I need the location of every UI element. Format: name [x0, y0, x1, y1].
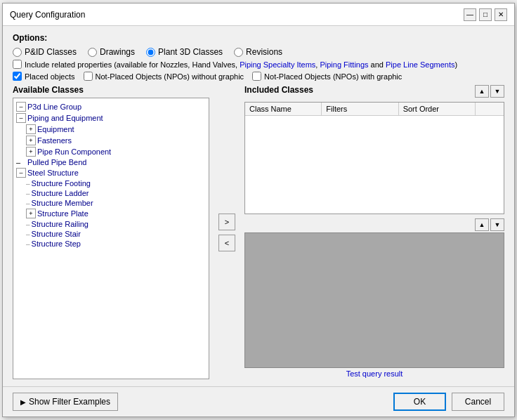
tree-item-footing[interactable]: – Structure Footing [26, 178, 206, 188]
included-updown-btns: ▲ ▼ [475, 85, 504, 98]
radio-row: P&ID Classes Drawings Plant 3D Classes R… [13, 47, 504, 57]
middle-panel: > < [216, 85, 237, 379]
tree-text-ladder: Structure Ladder [32, 189, 89, 197]
expander-pipe-run[interactable]: + [26, 147, 36, 157]
not-placed-with-graphic-checkbox[interactable] [252, 72, 261, 81]
ok-button[interactable]: OK [393, 393, 446, 411]
expander-fasteners[interactable]: + [26, 136, 36, 145]
main-panels: Available Classes – P3d Line Group – Pip… [13, 85, 504, 379]
preview-up-button[interactable]: ▲ [475, 218, 489, 231]
placed-objects-item: Placed objects [13, 72, 75, 81]
tree-text-member: Structure Member [32, 199, 93, 207]
radio-revisions-input[interactable] [234, 48, 243, 57]
tree-item-ladder[interactable]: – Structure Ladder [26, 188, 206, 198]
tree-item-stair[interactable]: – Structure Stair [26, 229, 206, 239]
show-filter-label: Show Filter Examples [29, 397, 110, 407]
remove-arrow-button[interactable]: < [218, 235, 235, 251]
piping-specialty-link[interactable]: Piping Specialty Items [240, 60, 315, 69]
test-query-label: Test query result [244, 368, 504, 379]
radio-drawings-input[interactable] [88, 48, 97, 57]
line-ladder: – [26, 190, 30, 197]
expand-icon: ▶ [20, 398, 26, 406]
radio-pid[interactable]: P&ID Classes [13, 47, 77, 57]
options-label: Options: [13, 33, 504, 43]
tree-item-piping[interactable]: – Piping and Equipment [16, 112, 206, 124]
placed-row: Placed objects Not-Placed Objects (NPOs)… [13, 72, 504, 81]
right-panel: Included Classes ▲ ▼ Class Name Filters … [244, 85, 504, 379]
tree-text-footing: Structure Footing [32, 179, 91, 188]
included-classes-title: Included Classes [244, 85, 313, 95]
include-related-row: Include related properties (available fo… [13, 60, 504, 69]
include-related-label: Include related properties (available fo… [25, 60, 457, 69]
tree-item-member[interactable]: – Structure Member [26, 198, 206, 208]
table-header: Class Name Filters Sort Order [245, 103, 504, 116]
radio-plant3d-input[interactable] [146, 48, 155, 57]
minimize-button[interactable]: — [464, 8, 476, 21]
show-filter-button[interactable]: ▶ Show Filter Examples [13, 393, 118, 411]
tree-text-pipe-run: Pipe Run Component [37, 147, 111, 156]
options-section: Options: P&ID Classes Drawings Plant 3D … [13, 33, 504, 81]
radio-plant3d[interactable]: Plant 3D Classes [146, 47, 223, 57]
col-sort-order: Sort Order [399, 103, 476, 115]
cancel-button[interactable]: Cancel [452, 393, 504, 411]
radio-revisions[interactable]: Revisions [234, 47, 282, 57]
expander-piping[interactable]: – [16, 113, 26, 123]
table-body [245, 116, 504, 207]
expander-equipment[interactable]: + [26, 124, 36, 134]
tree-item-step[interactable]: – Structure Step [26, 239, 206, 249]
tree-item-pipe-run[interactable]: + Pipe Run Component [26, 146, 206, 157]
not-placed-with-graphic-label: Not-Placed Objects (NPOs) with graphic [264, 72, 402, 81]
line-member: – [26, 199, 30, 207]
radio-pid-input[interactable] [13, 48, 22, 57]
not-placed-no-graphic-item: Not-Placed Objects (NPOs) without graphi… [84, 72, 244, 81]
placed-objects-label: Placed objects [25, 72, 75, 81]
tree-text-steel: Steel Structure [27, 169, 79, 177]
expander-steel[interactable]: – [16, 168, 26, 178]
ok-cancel-btns: OK Cancel [393, 393, 504, 411]
expander-p3d[interactable]: – [16, 102, 26, 112]
preview-box [244, 232, 504, 368]
tree-item-railing[interactable]: – Structure Railing [26, 219, 206, 229]
col-class-name: Class Name [245, 103, 322, 115]
placed-objects-checkbox[interactable] [13, 72, 22, 81]
preview-top-btns: ▲ ▼ [244, 218, 504, 231]
col-extra [476, 103, 504, 115]
not-placed-no-graphic-label: Not-Placed Objects (NPOs) without graphi… [96, 72, 244, 81]
bottom-bar: ▶ Show Filter Examples OK Cancel [3, 386, 514, 416]
window-title: Query Configuration [10, 10, 85, 20]
expander-plate[interactable]: + [26, 209, 36, 218]
tree-item-pulled-pipe[interactable]: – Pulled Pipe Bend [16, 157, 206, 167]
title-bar: Query Configuration — □ ✕ [3, 4, 514, 26]
included-table: Class Name Filters Sort Order [244, 102, 504, 214]
title-bar-controls: — □ ✕ [464, 8, 507, 21]
tree-text-plate: Structure Plate [37, 209, 89, 218]
col-filters: Filters [322, 103, 398, 115]
line-stair: – [26, 230, 30, 238]
left-panel: Available Classes – P3d Line Group – Pip… [13, 85, 209, 379]
included-up-button[interactable]: ▲ [475, 85, 489, 98]
tree-item-p3d[interactable]: – P3d Line Group [16, 101, 206, 112]
tree-container[interactable]: – P3d Line Group – Piping and Equipment … [13, 98, 209, 379]
preview-down-button[interactable]: ▼ [490, 218, 504, 231]
piping-fittings-link[interactable]: Piping Fittings [320, 60, 368, 69]
included-down-button[interactable]: ▼ [490, 85, 504, 98]
radio-drawings[interactable]: Drawings [88, 47, 135, 57]
not-placed-no-graphic-checkbox[interactable] [84, 72, 93, 81]
radio-drawings-label: Drawings [100, 47, 135, 57]
restore-button[interactable]: □ [479, 8, 492, 21]
not-placed-with-graphic-item: Not-Placed Objects (NPOs) with graphic [252, 72, 402, 81]
pipe-line-link[interactable]: Pipe Line Segments [386, 60, 454, 69]
add-arrow-button[interactable]: > [218, 214, 235, 230]
include-related-checkbox[interactable] [13, 60, 22, 69]
tree-item-plate[interactable]: + Structure Plate [26, 208, 206, 219]
close-button[interactable]: ✕ [495, 8, 507, 21]
tree-item-fasteners[interactable]: + Fasteners [26, 135, 206, 146]
preview-area: ▲ ▼ Test query result [244, 218, 504, 379]
tree-text-railing: Structure Railing [32, 220, 89, 228]
tree-item-equipment[interactable]: + Equipment [26, 124, 206, 135]
tree-item-steel[interactable]: – Steel Structure [16, 167, 206, 178]
tree-text-p3d: P3d Line Group [27, 103, 81, 111]
line-footing: – [26, 180, 30, 188]
radio-plant3d-label: Plant 3D Classes [158, 47, 223, 57]
tree-text-piping: Piping and Equipment [27, 114, 103, 122]
